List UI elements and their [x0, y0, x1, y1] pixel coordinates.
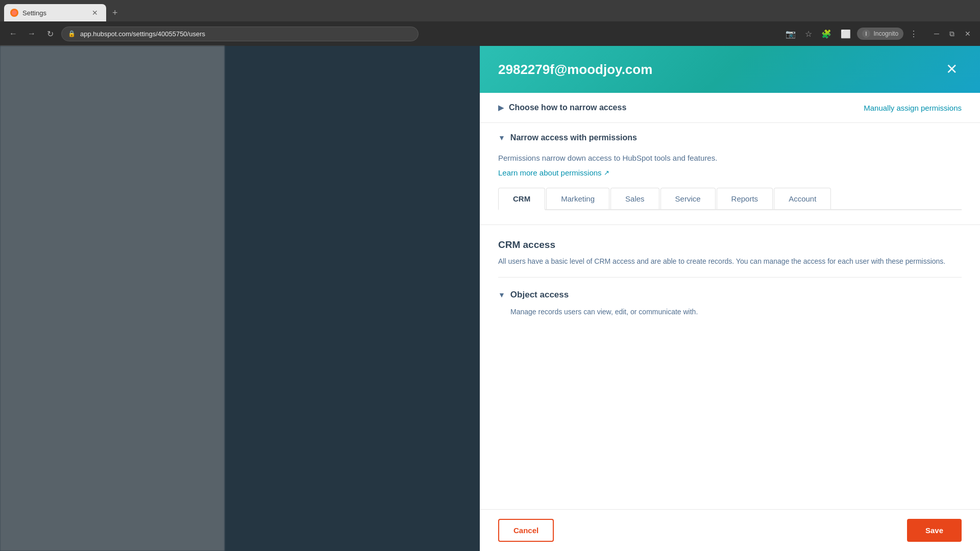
object-access-chevron-down-icon: ▼ — [498, 291, 505, 299]
modal-body[interactable]: ▶ Choose how to narrow access Manually a… — [480, 93, 980, 551]
back-button[interactable]: ← — [6, 27, 20, 41]
object-access-header[interactable]: ▼ Object access — [498, 290, 962, 300]
incognito-badge: I Incognito — [857, 28, 903, 40]
choose-access-section: ▶ Choose how to narrow access Manually a… — [480, 93, 980, 123]
object-access-section: ▼ Object access Manage records users can… — [480, 278, 980, 317]
choose-access-title: Choose how to narrow access — [509, 103, 626, 112]
browser-tab[interactable]: Settings ✕ — [4, 4, 106, 21]
restore-button[interactable]: ⧉ — [946, 29, 958, 39]
object-access-title: Object access — [510, 290, 569, 300]
modal-close-button[interactable]: ✕ — [942, 60, 962, 79]
svg-point-0 — [12, 10, 17, 15]
forward-button[interactable]: → — [24, 27, 39, 41]
tab-bar: Settings ✕ + — [0, 0, 980, 21]
choose-access-header-left: ▶ Choose how to narrow access — [498, 103, 626, 112]
browser-actions: 📷 ☆ 🧩 ⬜ I Incognito ⋮ — [782, 27, 921, 41]
minimize-button[interactable]: ─ — [931, 29, 942, 39]
learn-more-link[interactable]: Learn more about permissions ↗ — [498, 168, 609, 177]
chevron-right-icon: ▶ — [498, 104, 504, 112]
modal-title: 2982279f@moodjoy.com — [498, 62, 652, 78]
new-tab-button[interactable]: + — [108, 6, 122, 20]
reload-button[interactable]: ↻ — [43, 27, 57, 41]
tab-title: Settings — [22, 9, 86, 17]
close-window-button[interactable]: ✕ — [962, 29, 974, 39]
url-text: app.hubspot.com/settings/40055750/users — [80, 30, 205, 38]
tab-reports[interactable]: Reports — [717, 188, 773, 209]
narrow-access-title: Narrow access with permissions — [510, 133, 637, 142]
menu-button[interactable]: ⋮ — [906, 27, 921, 41]
narrow-access-header[interactable]: ▼ Narrow access with permissions — [498, 123, 962, 153]
camera-off-icon[interactable]: 📷 — [782, 27, 799, 41]
modal-header: 2982279f@moodjoy.com ✕ — [480, 46, 980, 93]
lock-icon: 🔒 — [68, 30, 76, 37]
extension-icon[interactable]: 🧩 — [818, 27, 835, 41]
narrow-access-section: ▼ Narrow access with permissions Permiss… — [480, 123, 980, 225]
sidebar-icon[interactable]: ⬜ — [838, 27, 854, 41]
bookmark-icon[interactable]: ☆ — [802, 27, 815, 41]
permissions-tabs: CRM Marketing Sales Service Reports — [498, 188, 962, 210]
crm-access-description: All users have a basic level of CRM acce… — [498, 256, 962, 267]
tab-sales[interactable]: Sales — [610, 188, 659, 209]
address-bar[interactable]: 🔒 app.hubspot.com/settings/40055750/user… — [61, 27, 419, 41]
svg-text:I: I — [866, 31, 867, 37]
permissions-description: Permissions narrow down access to HubSpo… — [498, 153, 962, 164]
choose-access-header[interactable]: ▶ Choose how to narrow access Manually a… — [498, 103, 962, 112]
cancel-button[interactable]: Cancel — [498, 519, 554, 542]
tab-marketing[interactable]: Marketing — [546, 188, 609, 209]
learn-more-text: Learn more about permissions — [498, 168, 602, 177]
tab-close-button[interactable]: ✕ — [90, 8, 100, 18]
modal-panel: 2982279f@moodjoy.com ✕ ▶ Choose how to n… — [480, 46, 980, 551]
tab-account[interactable]: Account — [774, 188, 831, 209]
footer-spacer — [480, 317, 980, 368]
incognito-label: Incognito — [873, 30, 898, 37]
tab-service[interactable]: Service — [660, 188, 716, 209]
hubspot-favicon — [10, 9, 18, 17]
narrow-access-body: Permissions narrow down access to HubSpo… — [498, 153, 962, 224]
save-button[interactable]: Save — [907, 519, 962, 542]
browser-chrome: Settings ✕ + ← → ↻ 🔒 app.hubspot.com/set… — [0, 0, 980, 46]
external-link-icon: ↗ — [604, 169, 609, 177]
crm-access-title: CRM access — [498, 239, 962, 251]
crm-access-section: CRM access All users have a basic level … — [480, 225, 980, 267]
tab-crm[interactable]: CRM — [498, 188, 545, 210]
window-controls: ─ ⧉ ✕ — [931, 29, 974, 39]
address-bar-row: ← → ↻ 🔒 app.hubspot.com/settings/4005575… — [0, 21, 980, 46]
object-access-description: Manage records users can view, edit, or … — [498, 306, 962, 317]
modal-footer: Cancel Save — [480, 509, 980, 551]
chevron-down-icon: ▼ — [498, 134, 505, 142]
manually-assign-link[interactable]: Manually assign permissions — [864, 104, 962, 112]
